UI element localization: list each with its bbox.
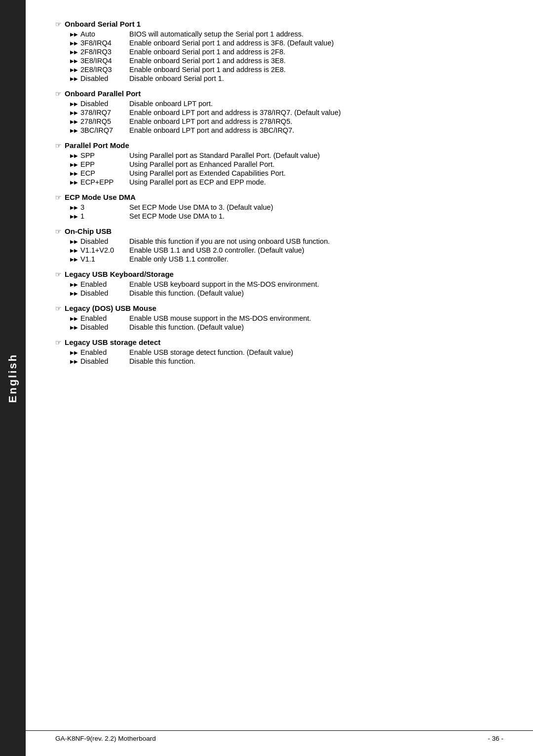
item-desc: Enable onboard Serial port 1 and address… (129, 48, 503, 56)
item-key-text: Auto (80, 30, 95, 38)
item-row: ▶▶DisabledDisable this function. (70, 357, 503, 365)
arrow-icon: ▶▶ (70, 128, 78, 133)
item-row: ▶▶EnabledEnable USB keyboard support in … (70, 280, 503, 288)
arrow-icon: ▶▶ (70, 359, 78, 364)
item-key: ▶▶EPP (70, 160, 129, 168)
arrow-icon: ▶▶ (70, 49, 78, 55)
item-key-text: 2E8/IRQ3 (80, 66, 112, 74)
arrow-icon: ▶▶ (70, 205, 78, 210)
item-key-text: Disabled (80, 75, 108, 82)
item-key-text: Enabled (80, 280, 107, 288)
section-title-onboard-serial-port-1: ☞Onboard Serial Port 1 (55, 20, 503, 28)
section-title-text-parallel-port-mode: Parallel Port Mode (65, 141, 129, 150)
arrow-icon: ▶▶ (70, 67, 78, 73)
item-key: ▶▶ECP (70, 169, 129, 177)
item-key: ▶▶1 (70, 212, 129, 220)
arrow-icon: ▶▶ (70, 214, 78, 219)
item-key-text: 3BC/IRQ7 (80, 126, 113, 134)
item-row: ▶▶1Set ECP Mode Use DMA to 1. (70, 212, 503, 220)
section-title-text-legacy-dos-usb-mouse: Legacy (DOS) USB Mouse (65, 304, 156, 312)
item-desc: Enable USB 1.1 and USB 2.0 controller. (… (129, 246, 503, 254)
item-row: ▶▶ECP+EPPUsing Parallel port as ECP and … (70, 178, 503, 186)
item-key-text: SPP (80, 151, 95, 159)
item-row: ▶▶EPPUsing Parallel port as Enhanced Par… (70, 160, 503, 168)
item-key-text: ECP+EPP (80, 178, 114, 186)
item-desc: Enable USB mouse support in the MS-DOS e… (129, 314, 503, 322)
section-title-ecp-mode-use-dma: ☞ECP Mode Use DMA (55, 193, 503, 201)
item-key-text: 378/IRQ7 (80, 109, 111, 116)
item-row: ▶▶DisabledDisable this function if you a… (70, 237, 503, 245)
item-row: ▶▶3E8/IRQ4Enable onboard Serial port 1 a… (70, 57, 503, 65)
sections-container: ☞Onboard Serial Port 1▶▶AutoBIOS will au… (55, 20, 503, 365)
item-key-text: 1 (80, 212, 84, 220)
footer-right: - 36 - (488, 735, 503, 742)
arrow-icon: ▶▶ (70, 58, 78, 64)
item-row: ▶▶2E8/IRQ3Enable onboard Serial port 1 a… (70, 66, 503, 74)
item-row: ▶▶278/IRQ5Enable onboard LPT port and ad… (70, 117, 503, 125)
arrow-icon: ▶▶ (70, 316, 78, 321)
item-desc: BIOS will automatically setup the Serial… (129, 30, 503, 38)
item-desc: Disable onboard LPT port. (129, 100, 503, 108)
tilde-icon-on-chip-usb: ☞ (55, 227, 62, 235)
section-on-chip-usb: ☞On-Chip USB▶▶DisabledDisable this funct… (55, 227, 503, 263)
arrow-icon: ▶▶ (70, 76, 78, 81)
section-legacy-usb-storage-detect: ☞Legacy USB storage detect▶▶EnabledEnabl… (55, 338, 503, 365)
item-key-text: V1.1 (80, 255, 95, 263)
item-desc: Enable only USB 1.1 controller. (129, 255, 503, 263)
item-key: ▶▶2E8/IRQ3 (70, 66, 129, 74)
item-row: ▶▶3Set ECP Mode Use DMA to 3. (Default v… (70, 203, 503, 211)
arrow-icon: ▶▶ (70, 110, 78, 115)
item-desc: Enable USB storage detect function. (Def… (129, 348, 503, 356)
item-key: ▶▶3F8/IRQ4 (70, 39, 129, 47)
tilde-icon-legacy-usb-storage-detect: ☞ (55, 339, 62, 346)
item-row: ▶▶DisabledDisable this function. (Defaul… (70, 323, 503, 331)
item-list-legacy-usb-keyboard-storage: ▶▶EnabledEnable USB keyboard support in … (70, 280, 503, 297)
item-key-text: 3E8/IRQ4 (80, 57, 112, 65)
item-row: ▶▶V1.1+V2.0Enable USB 1.1 and USB 2.0 co… (70, 246, 503, 254)
tilde-icon-legacy-dos-usb-mouse: ☞ (55, 304, 62, 312)
item-list-on-chip-usb: ▶▶DisabledDisable this function if you a… (70, 237, 503, 263)
item-desc: Enable onboard Serial port 1 and address… (129, 39, 503, 47)
arrow-icon: ▶▶ (70, 153, 78, 158)
section-title-legacy-usb-keyboard-storage: ☞Legacy USB Keyboard/Storage (55, 270, 503, 278)
item-row: ▶▶DisabledDisable this function. (Defaul… (70, 289, 503, 297)
item-key: ▶▶278/IRQ5 (70, 117, 129, 125)
item-key-text: Disabled (80, 289, 108, 297)
section-legacy-dos-usb-mouse: ☞Legacy (DOS) USB Mouse▶▶EnabledEnable U… (55, 304, 503, 331)
item-key: ▶▶3E8/IRQ4 (70, 57, 129, 65)
section-title-text-legacy-usb-storage-detect: Legacy USB storage detect (65, 338, 160, 346)
item-list-legacy-dos-usb-mouse: ▶▶EnabledEnable USB mouse support in the… (70, 314, 503, 331)
section-onboard-parallel-port: ☞Onboard Parallel Port▶▶DisabledDisable … (55, 89, 503, 134)
footer: GA-K8NF-9(rev. 2.2) Motherboard - 36 - (26, 730, 533, 742)
item-key: ▶▶Disabled (70, 289, 129, 297)
section-title-legacy-dos-usb-mouse: ☞Legacy (DOS) USB Mouse (55, 304, 503, 312)
arrow-icon: ▶▶ (70, 40, 78, 46)
item-desc: Using Parallel port as Standard Parallel… (129, 151, 503, 159)
tilde-icon-legacy-usb-keyboard-storage: ☞ (55, 270, 62, 278)
item-key-text: Enabled (80, 348, 107, 356)
item-key-text: EPP (80, 160, 95, 168)
item-key: ▶▶Disabled (70, 323, 129, 331)
item-key: ▶▶ECP+EPP (70, 178, 129, 186)
section-ecp-mode-use-dma: ☞ECP Mode Use DMA▶▶3Set ECP Mode Use DMA… (55, 193, 503, 220)
item-key-text: Disabled (80, 357, 108, 365)
item-row: ▶▶2F8/IRQ3Enable onboard Serial port 1 a… (70, 48, 503, 56)
section-title-text-ecp-mode-use-dma: ECP Mode Use DMA (65, 193, 136, 201)
item-row: ▶▶EnabledEnable USB mouse support in the… (70, 314, 503, 322)
tilde-icon-onboard-parallel-port: ☞ (55, 90, 62, 98)
item-key-text: Enabled (80, 314, 107, 322)
item-key: ▶▶2F8/IRQ3 (70, 48, 129, 56)
item-desc: Enable onboard LPT port and address is 3… (129, 109, 503, 116)
arrow-icon: ▶▶ (70, 119, 78, 124)
tilde-icon-ecp-mode-use-dma: ☞ (55, 193, 62, 201)
item-key: ▶▶Disabled (70, 357, 129, 365)
arrow-icon: ▶▶ (70, 325, 78, 330)
section-onboard-serial-port-1: ☞Onboard Serial Port 1▶▶AutoBIOS will au… (55, 20, 503, 82)
item-key: ▶▶V1.1+V2.0 (70, 246, 129, 254)
item-key: ▶▶Disabled (70, 100, 129, 108)
item-key-text: V1.1+V2.0 (80, 246, 114, 254)
item-key: ▶▶Enabled (70, 348, 129, 356)
arrow-icon: ▶▶ (70, 32, 78, 37)
item-key-text: Disabled (80, 237, 108, 245)
item-desc: Enable onboard Serial port 1 and address… (129, 57, 503, 65)
